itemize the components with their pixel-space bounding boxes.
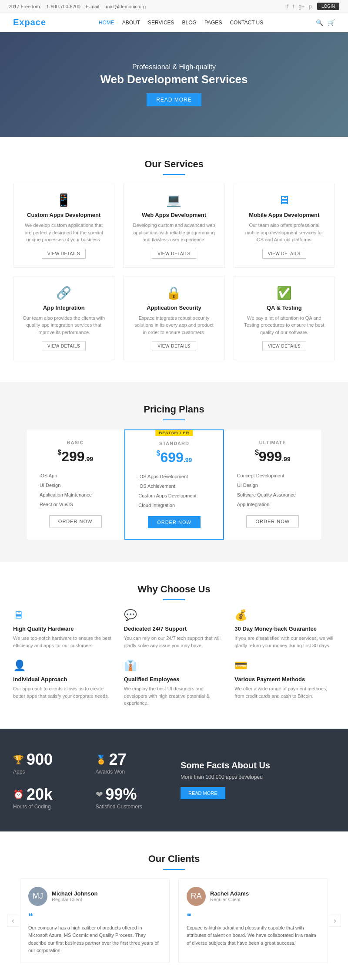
search-icon[interactable]: 🔍	[316, 19, 323, 26]
features-ultimate: Concept Development UI Design Software Q…	[233, 471, 313, 509]
stat-hours: ⏰ 20k Hours of Coding	[13, 785, 85, 810]
why-section: Why Choose Us 🖥 High Quality Hardware We…	[0, 562, 348, 729]
feature-ult-2: Software Quality Assurance	[237, 490, 313, 500]
why-item-3: 👤 Individual Approach Our approach to cl…	[13, 659, 114, 707]
why-divider	[163, 599, 185, 600]
client-role-0: Regular Client	[52, 897, 97, 902]
customers-number: 99%	[106, 785, 137, 804]
client-quote-0: Our company has a high caliber of produc…	[28, 924, 161, 955]
why-title-3: Individual Approach	[13, 676, 114, 683]
customers-icon: ❤	[96, 789, 103, 800]
hero-cta-button[interactable]: READ MORE	[147, 93, 201, 106]
service-title-4: Application Security	[132, 304, 215, 311]
facts-subtitle: More than 100,000 apps developed	[181, 774, 335, 780]
hero-title: Web Development Services	[100, 73, 248, 86]
nav-blog[interactable]: BLOG	[182, 20, 197, 26]
why-title-2: 30 Day Money-back Guarantee	[234, 625, 335, 632]
client-role-1: Regular Client	[210, 897, 249, 902]
service-icon-2: 🖥	[243, 193, 326, 207]
client-header-0: MJ Michael Johnson Regular Client	[28, 887, 161, 906]
price-basic: $299.99	[35, 449, 115, 465]
clients-title: Our Clients	[13, 853, 335, 865]
cents-ultimate: .99	[282, 456, 290, 463]
order-btn-ultimate[interactable]: ORDER NOW	[246, 515, 299, 527]
pricing-title: Pricing Plans	[13, 404, 335, 415]
client-info-1: Rachel Adams Regular Client	[210, 890, 249, 902]
order-btn-standard[interactable]: ORDER NOW	[148, 516, 201, 528]
social-icons: f t g+ p	[287, 3, 312, 10]
nav-pages[interactable]: PAGES	[204, 20, 222, 26]
awards-number: 27	[109, 750, 127, 769]
why-icon-2: 💰	[234, 609, 335, 621]
client-header-1: RA Rachel Adams Regular Client	[187, 887, 320, 906]
why-desc-2: If you are dissatisfied with our service…	[234, 635, 335, 649]
service-icon-3: 🔗	[22, 286, 105, 300]
feature-std-3: Cloud Integration	[138, 500, 214, 510]
nav-services[interactable]: SERVICES	[148, 20, 174, 26]
feature-ult-3: App Integration	[237, 500, 313, 509]
services-title: Our Services	[13, 159, 335, 170]
phone-label: 2017 Freedom:	[9, 4, 41, 9]
pricing-divider	[163, 419, 185, 420]
service-btn-3[interactable]: VIEW DETAILS	[42, 341, 86, 351]
service-icon-4: 🔒	[132, 286, 215, 300]
awards-label: Awards Won	[96, 769, 168, 775]
why-title-4: Qualified Employees	[124, 676, 224, 683]
client-avatar-1: RA	[187, 887, 206, 906]
why-icon-4: 👔	[124, 659, 224, 672]
feature-basic-3: React or VueJS	[40, 500, 115, 509]
service-icon-0: 📱	[22, 193, 105, 207]
service-title-3: App Integration	[22, 304, 105, 311]
cart-icon[interactable]: 🛒	[328, 19, 335, 26]
apps-icon: 🏆	[13, 754, 24, 765]
feature-std-0: iOS Apps Development	[138, 472, 214, 481]
phone-number: 1-800-700-6200	[47, 4, 80, 9]
customers-label: Satisfied Customers	[96, 804, 168, 810]
apps-label: Apps	[13, 769, 85, 775]
why-desc-1: You can rely on our 24/7 tech support th…	[124, 635, 224, 649]
facts-section: 🏆 900 Apps 🏅 27 Awards Won ⏰ 20k Hours o…	[0, 729, 348, 831]
client-quote-1: Expace is highly adroit and pleasantly c…	[187, 924, 320, 947]
client-info-0: Michael Johnson Regular Client	[52, 890, 97, 902]
nav-about[interactable]: ABOUT	[122, 20, 140, 26]
price-ultimate: $999.99	[233, 449, 313, 465]
cents-basic: .99	[85, 456, 93, 463]
top-bar: 2017 Freedom: 1-800-700-6200 E-mail: mai…	[0, 0, 348, 13]
services-grid: 📱 Custom Apps Development We develop cus…	[13, 184, 335, 360]
hours-icon: ⏰	[13, 789, 24, 800]
nav-contact[interactable]: CONTACT US	[230, 20, 263, 26]
service-btn-2[interactable]: VIEW DETAILS	[262, 249, 306, 259]
service-icon-5: ✅	[243, 286, 326, 300]
slider-next-button[interactable]: ›	[329, 915, 341, 927]
service-card-3: 🔗 App Integration Our team also provides…	[13, 277, 114, 361]
why-title-0: High Quality Hardware	[13, 625, 114, 632]
clients-slider: MJ Michael Johnson Regular Client ❝ Our …	[20, 879, 328, 963]
why-title-1: Dedicated 24/7 Support	[124, 625, 224, 632]
header-icons: 🔍 🛒	[316, 19, 335, 26]
client-avatar-0: MJ	[28, 887, 47, 906]
main-nav: HOME ABOUT SERVICES BLOG PAGES CONTACT U…	[99, 20, 264, 26]
services-divider	[163, 174, 185, 175]
client-card-1: RA Rachel Adams Regular Client ❝ Expace …	[178, 879, 328, 963]
order-btn-basic[interactable]: ORDER NOW	[49, 515, 102, 527]
hero-section: Professional & High-quality Web Developm…	[0, 32, 348, 137]
why-icon-3: 👤	[13, 659, 114, 672]
service-title-2: Mobile Apps Development	[243, 212, 326, 218]
service-btn-0[interactable]: VIEW DETAILS	[42, 249, 86, 259]
service-btn-5[interactable]: VIEW DETAILS	[262, 341, 306, 351]
login-button[interactable]: LOGIN	[317, 3, 339, 10]
nav-home[interactable]: HOME	[99, 20, 114, 26]
service-btn-4[interactable]: VIEW DETAILS	[152, 341, 196, 351]
slider-prev-button[interactable]: ‹	[7, 915, 19, 927]
facts-title: Some Facts About Us	[181, 760, 335, 770]
hours-label: Hours of Coding	[13, 804, 85, 810]
service-card-0: 📱 Custom Apps Development We develop cus…	[13, 184, 114, 268]
stat-customers: ❤ 99% Satisfied Customers	[96, 785, 168, 810]
clients-section: Our Clients ‹ MJ Michael Johnson Regular…	[0, 831, 348, 980]
why-item-2: 💰 30 Day Money-back Guarantee If you are…	[234, 609, 335, 649]
quote-icon-1: ❝	[187, 911, 320, 922]
facts-cta-button[interactable]: READ MORE	[181, 787, 225, 799]
service-desc-2: Our team also offers professional mobile…	[243, 222, 326, 243]
service-btn-1[interactable]: VIEW DETAILS	[152, 249, 196, 259]
why-icon-5: 💳	[234, 659, 335, 672]
